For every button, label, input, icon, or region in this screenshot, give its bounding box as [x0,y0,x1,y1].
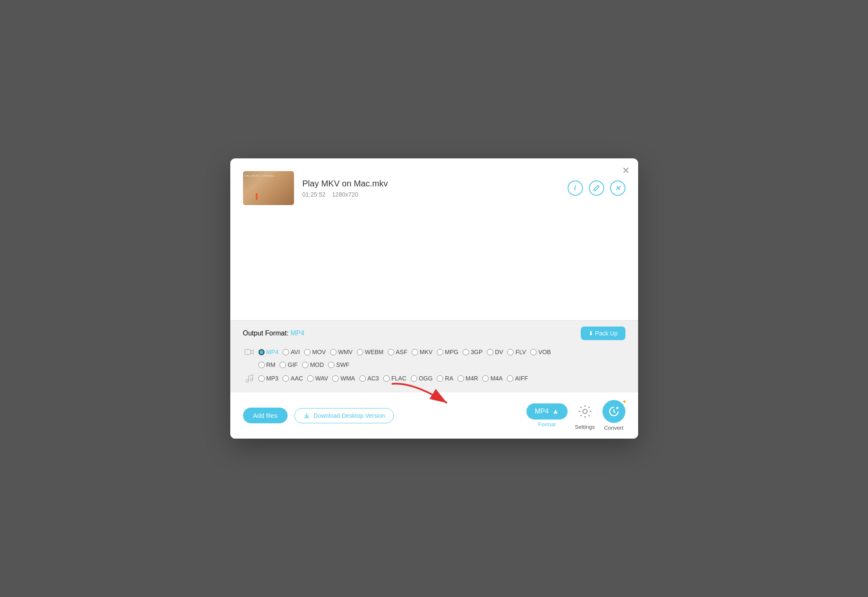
remove-button[interactable]: ✕ [610,180,625,196]
convert-button[interactable]: ✦ [602,400,625,423]
file-name: Play MKV on Mac.mkv [303,179,559,189]
output-format-label: Output Format: MP4 [243,329,305,337]
output-format-value: MP4 [291,329,305,337]
audio-format-row: MP3 AAC WAV WMA AC3 FLAC [243,372,625,384]
format-button-label: MP4 [535,408,549,415]
svg-point-1 [246,380,249,382]
bottom-bar: Add files Download Desktop Version MP4 ▲… [230,392,638,439]
thumbnail-accent [256,193,257,200]
format-option-aac[interactable]: AAC [283,375,303,382]
convert-star-icon: ✦ [622,398,627,405]
close-button[interactable]: ✕ [622,166,630,175]
download-desktop-label: Download Desktop Version [314,412,385,419]
pack-up-button[interactable]: ⬇ Pack Up [581,327,625,340]
format-button[interactable]: MP4 ▲ [526,403,568,420]
video-format-row: MP4 AVI MOV WMV WEBM ASF [243,346,625,358]
format-option-mp3[interactable]: MP3 [258,375,279,382]
format-option-wmv[interactable]: WMV [330,349,353,355]
audio-icon [243,372,255,384]
format-option-swf[interactable]: SWF [328,361,349,368]
convert-button-group: ✦ Convert [602,400,625,431]
convert-section-label: Convert [604,425,624,431]
empty-space [243,214,625,298]
video-format-row-2: RM GIF MOD SWF [243,361,625,368]
edit-button[interactable] [589,180,604,196]
settings-section-label: Settings [575,424,595,430]
main-dialog: ✕ HALLMARK CHANNEL Play MKV on Mac.mkv 0… [230,158,638,439]
format-option-3gp[interactable]: 3GP [463,349,483,355]
video-icon [243,346,255,358]
format-option-wav[interactable]: WAV [307,375,328,382]
content-area: HALLMARK CHANNEL Play MKV on Mac.mkv 01:… [230,158,638,320]
svg-point-2 [250,378,253,381]
format-option-rm[interactable]: RM [258,361,276,368]
format-option-avi[interactable]: AVI [283,349,300,355]
file-row: HALLMARK CHANNEL Play MKV on Mac.mkv 01:… [243,171,625,205]
svg-point-4 [583,409,587,414]
format-option-webm[interactable]: WEBM [357,349,384,355]
file-thumbnail: HALLMARK CHANNEL [243,171,294,205]
format-option-mod[interactable]: MOD [302,361,324,368]
format-option-aiff[interactable]: AIFF [507,375,528,382]
format-option-mov[interactable]: MOV [304,349,326,355]
output-format-header: Output Format: MP4 ⬇ Pack Up [243,327,625,340]
format-dropdown-icon: ▲ [552,408,559,415]
download-desktop-button[interactable]: Download Desktop Version [294,408,394,423]
format-option-mp4[interactable]: MP4 [258,349,279,355]
settings-button-group: Settings [574,401,596,430]
file-info: Play MKV on Mac.mkv 01:25:52 1280x720 [303,179,559,198]
format-option-dv[interactable]: DV [487,349,503,355]
format-option-m4a[interactable]: M4A [482,375,503,382]
output-format-text: Output Format: [243,329,289,337]
format-option-flac[interactable]: FLAC [383,375,407,382]
output-format-section: Output Format: MP4 ⬇ Pack Up MP4 AVI [230,320,638,392]
file-resolution: 1280x720 [332,191,359,198]
format-option-mkv[interactable]: MKV [412,349,433,355]
svg-rect-0 [245,349,251,355]
format-button-group: MP4 ▲ Format [526,403,568,428]
format-option-flv[interactable]: FLV [507,349,526,355]
format-option-mpg[interactable]: MPG [437,349,458,355]
format-option-asf[interactable]: ASF [388,349,407,355]
format-option-vob[interactable]: VOB [530,349,551,355]
file-meta: 01:25:52 1280x720 [303,191,559,198]
format-option-ogg[interactable]: OGG [411,375,433,382]
format-option-wma[interactable]: WMA [332,375,355,382]
file-actions: i ✕ [568,180,625,196]
settings-button[interactable] [574,401,596,422]
format-option-ac3[interactable]: AC3 [359,375,379,382]
thumbnail-watermark: HALLMARK CHANNEL [245,175,275,177]
add-files-button[interactable]: Add files [243,408,288,423]
format-section-label: Format [538,421,556,428]
file-duration: 01:25:52 [303,191,326,198]
info-button[interactable]: i [568,180,583,196]
format-option-ra[interactable]: RA [437,375,453,382]
format-option-m4r[interactable]: M4R [458,375,478,382]
format-option-gif[interactable]: GIF [280,361,297,368]
